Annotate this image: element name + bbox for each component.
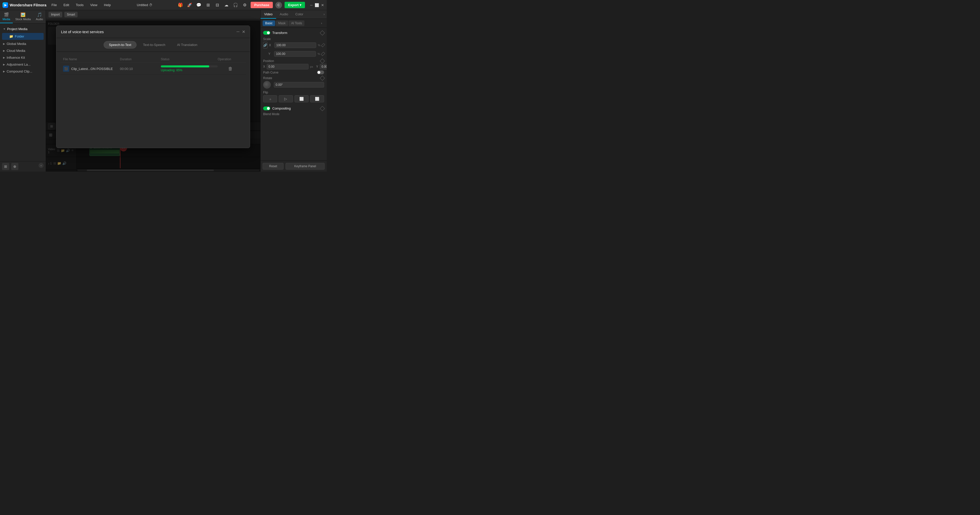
sidebar-item-adjustment[interactable]: ▶ Adjustment La... <box>0 61 46 68</box>
workspace-icon[interactable]: ⊟ <box>214 2 221 8</box>
layout-icon[interactable]: ⊞ <box>205 2 211 8</box>
rocket-icon[interactable]: 🚀 <box>186 2 193 8</box>
chevron-right-icon: ▶ <box>3 49 5 52</box>
keyframe-panel-button[interactable]: Keyframe Panel <box>286 163 325 169</box>
delete-row-button[interactable]: 🗑 <box>228 66 233 72</box>
menu-tools[interactable]: Tools <box>75 3 84 7</box>
stock-icon: 🖼️ <box>21 12 25 17</box>
sidebar-item-compound-clip[interactable]: ▶ Compound Clip... <box>0 68 46 75</box>
path-curve-toggle[interactable] <box>317 70 324 74</box>
scale-y-spacer <box>263 51 267 57</box>
compositing-toggle[interactable] <box>263 107 270 110</box>
scale-y-row: Y % <box>263 51 324 57</box>
maximize-button[interactable]: ⬜ <box>315 3 319 7</box>
export-button[interactable]: Export ▾ <box>285 2 305 8</box>
scale-y-keyframe[interactable] <box>321 52 325 56</box>
rotate-section: Rotate <box>263 77 324 80</box>
header-operation: Operation <box>218 57 243 61</box>
add-folder-button[interactable]: ⊞ <box>2 163 9 170</box>
import-button[interactable]: Import <box>48 12 62 18</box>
sidebar-item-global-media[interactable]: ▶ Global Media <box>0 40 46 47</box>
window-controls: ─ ⬜ ✕ <box>310 3 324 7</box>
topbar: ▶ Wondershare Filmora File Edit Tools Vi… <box>0 0 327 10</box>
topbar-actions: 🎁 🚀 💬 ⊞ ⊟ ☁ 🎧 ⚙ Purchase C Export ▾ ─ ⬜ … <box>177 2 324 8</box>
cloud-icon[interactable]: ☁ <box>223 2 230 8</box>
add-item-button[interactable]: ⊕ <box>11 163 18 170</box>
menu-edit[interactable]: Edit <box>62 3 70 7</box>
transform-header[interactable]: Transform <box>263 30 324 36</box>
position-keyframe[interactable] <box>320 59 325 64</box>
center-area: Import Smart FOLDER + ⊞ ↗ ↺ ↻ 🗑 ⊞ 🔗 <box>46 10 260 172</box>
close-button[interactable]: ✕ <box>321 3 324 7</box>
feedback-icon[interactable]: 💬 <box>196 2 202 8</box>
scale-x-input[interactable] <box>274 42 316 48</box>
flip-vertical-button[interactable]: ▷ <box>279 95 293 102</box>
tab-stock-media[interactable]: 🖼️ Stock Media <box>13 10 33 23</box>
menu-file[interactable]: File <box>51 3 58 7</box>
right-tabs: Video Audio Color › <box>261 10 327 19</box>
sub-tab-basic[interactable]: Basic <box>262 21 275 26</box>
progress-text: Uploading: 85% <box>161 69 218 72</box>
transform-toggle[interactable] <box>263 31 270 35</box>
rotate-input[interactable] <box>274 82 324 88</box>
avatar[interactable]: C <box>275 2 282 8</box>
tab-audio[interactable]: 🎵 Audio <box>33 10 46 23</box>
chevron-right-icon: ▶ <box>3 63 5 66</box>
scale-x-keyframe[interactable] <box>321 43 325 47</box>
tab-audio[interactable]: Audio <box>276 10 292 19</box>
tab-speech-to-text[interactable]: Speech-to-Text <box>103 41 137 48</box>
rotate-keyframe[interactable] <box>320 76 325 81</box>
left-panel: 🎬 Media 🖼️ Stock Media 🎵 Audio ▼ Project… <box>0 10 46 172</box>
tab-media[interactable]: 🎬 Media <box>0 10 13 23</box>
flip-horizontal-button[interactable]: ⬦ <box>263 95 277 102</box>
menu-bar: File Edit Tools View Help <box>51 3 112 7</box>
sub-tabs-more-button[interactable]: › <box>318 21 325 26</box>
right-panel: Video Audio Color › Basic Mask AI Tools … <box>260 10 327 172</box>
collapse-panel-button[interactable]: ‹ <box>38 163 44 168</box>
sidebar-item-influence-kit[interactable]: ▶ Influence Kit <box>0 54 46 61</box>
scale-y-label: Y <box>268 52 272 56</box>
menu-view[interactable]: View <box>89 3 98 7</box>
header-status: Status <box>161 57 218 61</box>
position-x-input[interactable] <box>267 64 309 69</box>
scale-y-input[interactable] <box>274 51 316 57</box>
status-cell: Uploading: 85% <box>161 65 218 72</box>
sub-tab-mask[interactable]: Mask <box>275 21 288 26</box>
sidebar-item-cloud-media[interactable]: ▶ Cloud Media <box>0 47 46 54</box>
flip-option4-button[interactable]: ⬜ <box>310 95 324 102</box>
chevron-right-icon: ▶ <box>3 56 5 59</box>
settings-icon[interactable]: ⚙ <box>242 2 248 8</box>
purchase-button[interactable]: Purchase <box>251 2 273 8</box>
position-y-input[interactable] <box>320 64 327 69</box>
tab-media-label: Media <box>3 18 10 21</box>
sub-tab-ai-tools[interactable]: AI Tools <box>289 21 304 26</box>
menu-help[interactable]: Help <box>103 3 112 7</box>
compositing-keyframe[interactable] <box>320 106 325 111</box>
more-tabs-button[interactable]: › <box>321 10 327 19</box>
minimize-button[interactable]: ─ <box>310 3 313 7</box>
modal-minimize-button[interactable]: ─ <box>237 29 239 34</box>
app-name: Wondershare Filmora <box>10 3 46 7</box>
tab-ai-translation[interactable]: AI Translation <box>172 41 203 48</box>
rotate-wheel[interactable] <box>263 81 271 89</box>
compositing-group: Compositing Blend Mode <box>263 105 324 116</box>
tab-video[interactable]: Video <box>261 10 276 19</box>
compositing-header[interactable]: Compositing <box>263 105 324 111</box>
flip-section: Flip <box>263 91 324 94</box>
gift-icon[interactable]: 🎁 <box>177 2 184 8</box>
sidebar-item-project-media[interactable]: ▼ Project Media <box>0 26 46 32</box>
tab-color[interactable]: Color <box>292 10 307 19</box>
sidebar-item-folder[interactable]: 📁 Folder <box>2 33 44 40</box>
sidebar-actions: ⊞ ⊕ ‹ <box>0 161 46 172</box>
flip-row: ⬦ ▷ ⬜ ⬜ <box>263 95 324 102</box>
smart-button[interactable]: Smart <box>64 12 78 18</box>
modal-close-button[interactable]: ✕ <box>242 29 245 34</box>
tab-text-to-speech[interactable]: Text-to-Speech <box>138 41 170 48</box>
headset-icon[interactable]: 🎧 <box>232 2 239 8</box>
transform-keyframe-button[interactable] <box>320 30 325 35</box>
modal-dialog: List of voice-text services ─ ✕ Speech-t… <box>56 26 250 148</box>
chevron-right-icon: ▶ <box>3 70 5 73</box>
reset-button[interactable]: Reset <box>262 163 283 169</box>
operation-cell: 🗑 <box>218 66 243 72</box>
flip-option3-button[interactable]: ⬜ <box>294 95 309 102</box>
